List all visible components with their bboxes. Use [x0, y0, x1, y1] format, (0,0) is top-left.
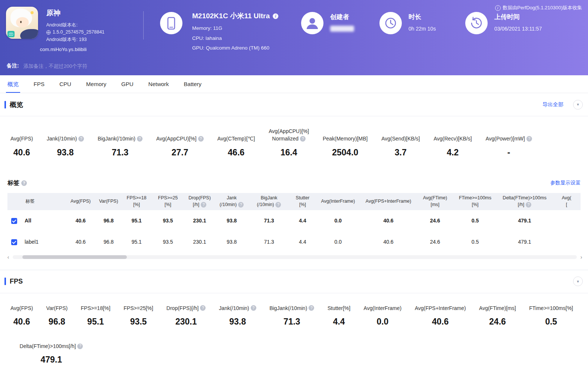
- horizontal-scrollbar: ‹ ›: [5, 254, 584, 260]
- row-value: 71.3: [248, 231, 290, 253]
- fps-title: FPS: [10, 278, 23, 285]
- checkbox-column-header: [7, 193, 21, 210]
- metric-label: Avg(FTime)[ms]: [479, 304, 516, 312]
- fps-section: FPS ▾ Avg(FPS)40.6Var(FPS)96.8FPS>=18[%]…: [0, 270, 588, 370]
- labels-table-head-row: 标签Avg(FPS)Var(FPS)FPS>=18[%]FPS>=25[%]Dr…: [7, 193, 581, 210]
- metric-value: 3.7: [381, 148, 420, 158]
- row-label: label1: [21, 231, 66, 253]
- note-input[interactable]: [23, 63, 217, 69]
- metric: Avg(InterFrame)0.0: [364, 304, 402, 327]
- row-value: 479.1: [497, 231, 553, 253]
- row-checkbox[interactable]: [11, 218, 17, 224]
- help-icon[interactable]: ?: [78, 136, 84, 142]
- metric-value: 71.3: [269, 317, 314, 327]
- help-icon[interactable]: ?: [77, 344, 83, 349]
- creator-block: 创建者: [301, 7, 379, 34]
- row-checkbox[interactable]: [11, 239, 17, 245]
- app-version-name-label: Android版本名:: [46, 22, 104, 29]
- tab-Battery[interactable]: Battery: [176, 75, 209, 93]
- row-label: All: [21, 210, 66, 231]
- help-icon[interactable]: ?: [526, 202, 531, 208]
- metric-value: 24.6: [479, 317, 516, 327]
- phone-icon: [160, 12, 182, 34]
- device-memory: Memory: 11G: [192, 23, 278, 34]
- help-icon[interactable]: ?: [201, 202, 206, 208]
- metric-label: Avg(AppCPU)[%]?: [156, 135, 204, 142]
- tab-Network[interactable]: Network: [141, 75, 176, 93]
- metric: Avg(FTime)[ms]24.6: [479, 304, 516, 327]
- column-header: FTime>=100ms[%]: [454, 193, 497, 210]
- help-icon[interactable]: ?: [251, 305, 256, 311]
- app-meta: 原神 Android版本名: 1.5.0_2574575_2578841 And…: [46, 7, 104, 43]
- help-icon[interactable]: ?: [200, 305, 206, 311]
- help-icon[interactable]: ?: [526, 136, 532, 142]
- overview-section-header: 概览 导出全部 ▾: [0, 93, 588, 116]
- metric: Avg(FPS)40.6: [10, 304, 33, 327]
- row-value: 4.4: [290, 231, 316, 253]
- device-block: M2102K1C 小米11 Ultra i Memory: 11G CPU: l…: [160, 7, 301, 53]
- metric: Avg(Power)[mW]?-: [485, 135, 532, 157]
- device-info-icon[interactable]: i: [273, 13, 278, 19]
- row-value: 93.8: [215, 231, 248, 253]
- metric-label: Avg(Send)[KB/s]: [381, 135, 420, 142]
- globe-icon: [46, 30, 51, 35]
- metric-label: Avg(Recv)[KB/s]: [434, 135, 472, 142]
- row-value: 24.6: [416, 231, 454, 253]
- metric-label: Avg(InterFrame): [364, 304, 402, 312]
- metric-label: Avg(FPS): [10, 135, 33, 142]
- labels-table: 标签Avg(FPS)Var(FPS)FPS>=18[%]FPS>=25[%]Dr…: [7, 193, 581, 253]
- fps-metrics-row-2: Delta(FTime)>100ms[/h]?479.1: [0, 340, 588, 370]
- creator-label: 创建者: [330, 13, 354, 21]
- metric-value: 40.6: [415, 317, 466, 327]
- metric-value: 479.1: [7, 355, 95, 365]
- scroll-right-icon[interactable]: ›: [578, 254, 584, 260]
- metric-label: Var(FPS): [46, 304, 68, 312]
- metric: Jank(/10min)?93.8: [47, 135, 84, 157]
- help-icon[interactable]: ?: [275, 202, 281, 208]
- export-all-link[interactable]: 导出全部: [542, 101, 563, 108]
- device-gpu: GPU: Qualcomm Adreno (TM) 660: [192, 43, 278, 53]
- scrollbar-thumb[interactable]: [22, 255, 127, 259]
- labels-header: 标签 ? 参数显示设置: [0, 171, 588, 192]
- scrollbar-track[interactable]: [13, 255, 577, 259]
- row-value: [553, 210, 581, 231]
- metric: Stutter[%]4.4: [328, 304, 350, 327]
- tab-概览[interactable]: 概览: [0, 75, 26, 93]
- column-header: Avg(FPS): [66, 193, 96, 210]
- app-package: com.miHoYo.ys.bilibili: [40, 47, 143, 52]
- tab-GPU[interactable]: GPU: [114, 75, 141, 93]
- row-value: 40.6: [360, 231, 416, 253]
- help-icon[interactable]: ?: [137, 136, 143, 142]
- metric: Jank(/10min)?93.8: [219, 304, 256, 327]
- help-icon[interactable]: ?: [309, 305, 314, 311]
- help-icon[interactable]: ?: [21, 180, 27, 186]
- metric: Drop(FPS)[/h]?230.1: [166, 304, 206, 327]
- metric: Avg(FPS+InterFrame)40.6: [415, 304, 466, 327]
- fps-section-header: FPS ▾: [0, 270, 588, 293]
- metric: Avg(AppCPU)[%]Normalized?16.4: [269, 127, 309, 158]
- metric-label: Jank(/10min)?: [219, 304, 256, 312]
- tab-CPU[interactable]: CPU: [52, 75, 79, 93]
- param-display-settings-link[interactable]: 参数显示设置: [550, 180, 581, 186]
- metric: Avg(AppCPU)[%]?27.7: [156, 135, 204, 157]
- help-icon[interactable]: ?: [238, 202, 244, 208]
- help-icon[interactable]: ?: [198, 136, 204, 142]
- metric-value: 96.8: [46, 317, 68, 327]
- app-block: 原神 Android版本名: 1.5.0_2574575_2578841 And…: [6, 7, 143, 52]
- overview-collapse-button[interactable]: ▾: [573, 100, 583, 110]
- column-header: Avg(FPS+InterFrame): [360, 193, 416, 210]
- row-value: 71.3: [248, 210, 290, 231]
- table-row: All40.696.895.193.5230.193.871.34.40.040…: [7, 210, 581, 231]
- tab-FPS[interactable]: FPS: [26, 75, 52, 93]
- row-value: 95.1: [122, 231, 151, 253]
- tab-Memory[interactable]: Memory: [79, 75, 114, 93]
- metric: Avg(CTemp)[℃]46.6: [217, 135, 255, 157]
- duration-value: 0h 22m 10s: [409, 26, 436, 32]
- collect-info-text: 数据由PerfDog(5.1.210300)版本收集: [503, 4, 582, 11]
- scroll-left-icon[interactable]: ‹: [5, 254, 11, 260]
- metric: FPS>=25[%]93.5: [123, 304, 153, 327]
- fps-collapse-button[interactable]: ▾: [573, 276, 583, 286]
- help-icon[interactable]: ?: [300, 136, 306, 142]
- labels-table-body: All40.696.895.193.5230.193.871.34.40.040…: [7, 210, 581, 253]
- column-header: Jank(/10min)?: [215, 193, 248, 210]
